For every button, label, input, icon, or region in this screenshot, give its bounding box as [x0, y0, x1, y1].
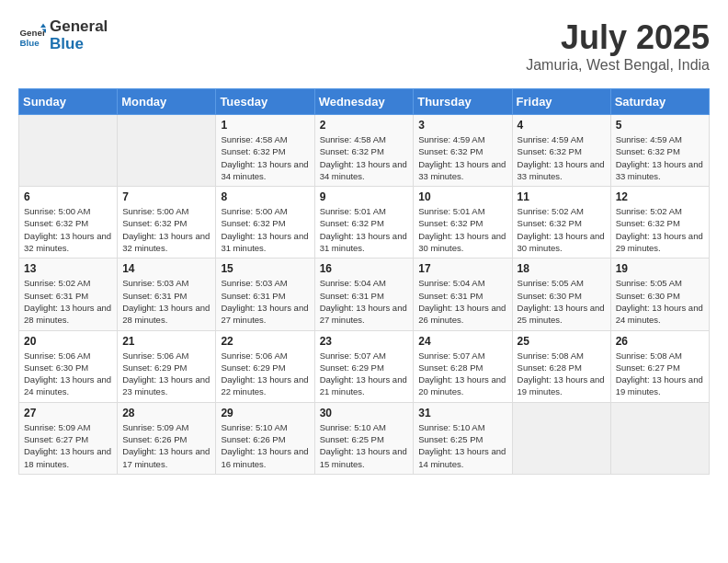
day-info: Sunrise: 5:10 AM Sunset: 6:25 PM Dayligh… [418, 421, 506, 470]
calendar-cell: 8Sunrise: 5:00 AM Sunset: 6:32 PM Daylig… [216, 187, 314, 259]
day-number: 18 [518, 262, 606, 275]
calendar-table: SundayMondayTuesdayWednesdayThursdayFrid… [18, 88, 710, 475]
calendar-week-row: 20Sunrise: 5:06 AM Sunset: 6:30 PM Dayli… [19, 330, 710, 402]
day-info: Sunrise: 5:03 AM Sunset: 6:31 PM Dayligh… [221, 277, 309, 326]
day-number: 10 [418, 190, 506, 203]
day-number: 4 [518, 119, 606, 132]
calendar-cell: 23Sunrise: 5:07 AM Sunset: 6:29 PM Dayli… [314, 330, 414, 402]
day-number: 1 [221, 119, 309, 132]
day-number: 8 [221, 190, 309, 203]
day-info: Sunrise: 5:03 AM Sunset: 6:31 PM Dayligh… [122, 277, 210, 326]
day-info: Sunrise: 5:07 AM Sunset: 6:28 PM Dayligh… [418, 350, 506, 398]
weekday-header-thursday: Thursday [414, 89, 512, 115]
day-number: 24 [418, 335, 506, 348]
day-info: Sunrise: 5:06 AM Sunset: 6:30 PM Dayligh… [24, 350, 112, 398]
weekday-header-monday: Monday [118, 89, 216, 115]
logo-icon: General Blue [18, 22, 46, 50]
calendar-cell: 13Sunrise: 5:02 AM Sunset: 6:31 PM Dayli… [19, 259, 118, 330]
weekday-header-saturday: Saturday [610, 89, 709, 115]
calendar-cell: 2Sunrise: 4:58 AM Sunset: 6:32 PM Daylig… [314, 115, 414, 187]
day-number: 22 [221, 335, 309, 348]
day-info: Sunrise: 5:02 AM Sunset: 6:31 PM Dayligh… [24, 277, 112, 326]
calendar-cell: 9Sunrise: 5:01 AM Sunset: 6:32 PM Daylig… [314, 187, 414, 259]
day-info: Sunrise: 4:58 AM Sunset: 6:32 PM Dayligh… [221, 133, 309, 182]
day-info: Sunrise: 4:59 AM Sunset: 6:32 PM Dayligh… [518, 133, 606, 182]
day-info: Sunrise: 4:59 AM Sunset: 6:32 PM Dayligh… [418, 133, 506, 182]
weekday-header-tuesday: Tuesday [216, 89, 314, 115]
calendar-cell: 4Sunrise: 4:59 AM Sunset: 6:32 PM Daylig… [512, 115, 610, 187]
weekday-header-row: SundayMondayTuesdayWednesdayThursdayFrid… [19, 89, 710, 115]
day-info: Sunrise: 5:08 AM Sunset: 6:28 PM Dayligh… [518, 350, 606, 398]
calendar-cell: 20Sunrise: 5:06 AM Sunset: 6:30 PM Dayli… [19, 330, 118, 402]
day-number: 23 [320, 335, 409, 348]
day-info: Sunrise: 5:01 AM Sunset: 6:32 PM Dayligh… [418, 205, 506, 254]
day-number: 6 [24, 190, 112, 203]
weekday-header-friday: Friday [512, 89, 610, 115]
calendar-cell: 24Sunrise: 5:07 AM Sunset: 6:28 PM Dayli… [414, 330, 512, 402]
calendar-cell: 21Sunrise: 5:06 AM Sunset: 6:29 PM Dayli… [118, 330, 216, 402]
calendar-cell: 30Sunrise: 5:10 AM Sunset: 6:25 PM Dayli… [314, 402, 414, 474]
calendar-cell: 7Sunrise: 5:00 AM Sunset: 6:32 PM Daylig… [118, 187, 216, 259]
day-info: Sunrise: 5:05 AM Sunset: 6:30 PM Dayligh… [518, 277, 606, 326]
calendar-week-row: 13Sunrise: 5:02 AM Sunset: 6:31 PM Dayli… [19, 259, 710, 330]
day-number: 31 [418, 407, 506, 419]
calendar-cell: 11Sunrise: 5:02 AM Sunset: 6:32 PM Dayli… [512, 187, 610, 259]
calendar-cell: 29Sunrise: 5:10 AM Sunset: 6:26 PM Dayli… [216, 402, 314, 474]
weekday-header-sunday: Sunday [19, 89, 118, 115]
day-info: Sunrise: 5:06 AM Sunset: 6:29 PM Dayligh… [122, 350, 210, 398]
day-info: Sunrise: 5:04 AM Sunset: 6:31 PM Dayligh… [418, 277, 506, 326]
calendar-cell: 25Sunrise: 5:08 AM Sunset: 6:28 PM Dayli… [512, 330, 610, 402]
day-number: 16 [320, 262, 409, 275]
calendar-cell: 22Sunrise: 5:06 AM Sunset: 6:29 PM Dayli… [216, 330, 314, 402]
calendar-cell: 17Sunrise: 5:04 AM Sunset: 6:31 PM Dayli… [414, 259, 512, 330]
day-info: Sunrise: 5:07 AM Sunset: 6:29 PM Dayligh… [320, 350, 409, 398]
calendar-cell: 3Sunrise: 4:59 AM Sunset: 6:32 PM Daylig… [414, 115, 512, 187]
day-number: 13 [24, 262, 112, 275]
logo-general-text: General [50, 18, 108, 36]
calendar-cell [512, 402, 610, 474]
day-info: Sunrise: 4:59 AM Sunset: 6:32 PM Dayligh… [616, 133, 704, 182]
day-number: 21 [122, 335, 210, 348]
day-number: 30 [320, 407, 409, 419]
calendar-cell: 26Sunrise: 5:08 AM Sunset: 6:27 PM Dayli… [610, 330, 709, 402]
calendar-week-row: 6Sunrise: 5:00 AM Sunset: 6:32 PM Daylig… [19, 187, 710, 259]
day-number: 2 [320, 119, 409, 132]
calendar-cell: 10Sunrise: 5:01 AM Sunset: 6:32 PM Dayli… [414, 187, 512, 259]
day-number: 19 [616, 262, 704, 275]
calendar-cell: 6Sunrise: 5:00 AM Sunset: 6:32 PM Daylig… [19, 187, 118, 259]
calendar-cell: 5Sunrise: 4:59 AM Sunset: 6:32 PM Daylig… [610, 115, 709, 187]
day-number: 7 [122, 190, 210, 203]
day-info: Sunrise: 5:01 AM Sunset: 6:32 PM Dayligh… [320, 205, 409, 254]
logo: General Blue General Blue [18, 18, 108, 52]
day-info: Sunrise: 5:05 AM Sunset: 6:30 PM Dayligh… [616, 277, 704, 326]
calendar-week-row: 27Sunrise: 5:09 AM Sunset: 6:27 PM Dayli… [19, 402, 710, 474]
day-number: 9 [320, 190, 409, 203]
calendar-cell: 19Sunrise: 5:05 AM Sunset: 6:30 PM Dayli… [610, 259, 709, 330]
calendar-cell: 16Sunrise: 5:04 AM Sunset: 6:31 PM Dayli… [314, 259, 414, 330]
calendar-cell: 12Sunrise: 5:02 AM Sunset: 6:32 PM Dayli… [610, 187, 709, 259]
day-number: 3 [418, 119, 506, 132]
day-info: Sunrise: 5:04 AM Sunset: 6:31 PM Dayligh… [320, 277, 409, 326]
day-number: 28 [122, 407, 210, 419]
day-info: Sunrise: 5:09 AM Sunset: 6:26 PM Dayligh… [122, 421, 210, 470]
calendar-cell: 18Sunrise: 5:05 AM Sunset: 6:30 PM Dayli… [512, 259, 610, 330]
day-number: 27 [24, 407, 112, 419]
day-number: 11 [518, 190, 606, 203]
calendar-cell [19, 115, 118, 187]
day-number: 14 [122, 262, 210, 275]
day-number: 15 [221, 262, 309, 275]
day-info: Sunrise: 5:10 AM Sunset: 6:25 PM Dayligh… [320, 421, 409, 470]
calendar-cell: 31Sunrise: 5:10 AM Sunset: 6:25 PM Dayli… [414, 402, 512, 474]
day-number: 29 [221, 407, 309, 419]
calendar-cell: 27Sunrise: 5:09 AM Sunset: 6:27 PM Dayli… [19, 402, 118, 474]
calendar-cell: 28Sunrise: 5:09 AM Sunset: 6:26 PM Dayli… [118, 402, 216, 474]
svg-marker-2 [40, 23, 46, 28]
day-info: Sunrise: 5:02 AM Sunset: 6:32 PM Dayligh… [518, 205, 606, 254]
calendar-cell: 15Sunrise: 5:03 AM Sunset: 6:31 PM Dayli… [216, 259, 314, 330]
weekday-header-wednesday: Wednesday [314, 89, 414, 115]
day-info: Sunrise: 5:02 AM Sunset: 6:32 PM Dayligh… [616, 205, 704, 254]
logo-blue-text: Blue [50, 36, 108, 53]
svg-text:Blue: Blue [20, 37, 40, 47]
day-number: 12 [616, 190, 704, 203]
day-info: Sunrise: 5:06 AM Sunset: 6:29 PM Dayligh… [221, 350, 309, 398]
